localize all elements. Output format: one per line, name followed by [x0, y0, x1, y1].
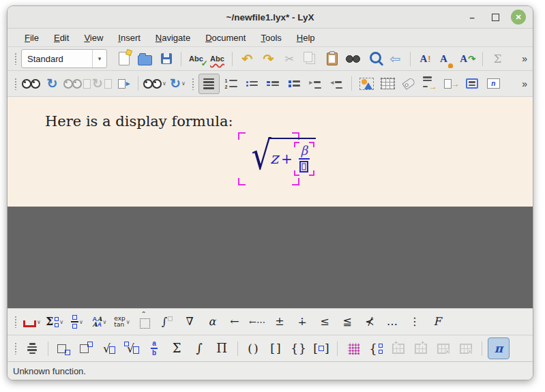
subscript-button[interactable] — [54, 338, 74, 359]
long-arrows-button[interactable]: ←⋯ — [247, 312, 267, 332]
nth-root-button[interactable]: √ — [121, 338, 142, 359]
delete-row-button[interactable]: x — [433, 338, 454, 359]
menu-tools[interactable]: Tools — [253, 31, 289, 45]
dots-button[interactable]: … — [382, 312, 402, 332]
math-toolbar-toggle[interactable]: π — [488, 337, 510, 359]
insert-matrix-button[interactable] — [343, 338, 364, 359]
toolbar-drag-handle[interactable] — [14, 52, 17, 65]
copy-button[interactable] — [301, 49, 321, 68]
braces-button[interactable]: {} — [289, 338, 309, 359]
minimize-button[interactable]: – — [465, 10, 480, 25]
accents-button[interactable] — [134, 312, 155, 332]
sum-button[interactable]: Σ — [166, 338, 187, 359]
navigate-back-button[interactable]: ⇦ — [385, 49, 405, 68]
insert-table-button[interactable] — [378, 74, 398, 93]
fraction-inset[interactable]: β — [295, 143, 313, 174]
increase-depth-button[interactable]: ▸ — [306, 74, 325, 93]
document-canvas[interactable]: Here is a display formula: √ z + β — [8, 97, 533, 207]
math-spacing-dropdown[interactable]: ∨ — [22, 312, 42, 332]
continuous-spellcheck-button[interactable]: Abc — [207, 49, 227, 68]
menu-document[interactable]: Document — [198, 31, 253, 45]
toolbar-drag-handle[interactable] — [14, 78, 17, 90]
leqq-relations-button[interactable]: ≦ — [337, 312, 357, 332]
view-other-formats-dropdown[interactable]: ∨ — [143, 74, 166, 93]
undo-button[interactable]: ↶ — [237, 49, 257, 68]
view-master-button[interactable] — [63, 74, 91, 93]
emphasis-button[interactable]: A ! — [415, 49, 435, 68]
big-operators-dropdown[interactable]: Σ ∨ — [44, 312, 65, 332]
menu-view[interactable]: View — [76, 31, 111, 45]
dot-plus-button[interactable]: ∔ — [292, 312, 312, 332]
apply-last-style-button[interactable]: A ↷ — [458, 49, 477, 68]
parentheses-button[interactable]: () — [244, 338, 264, 359]
empty-math-placeholder[interactable] — [299, 161, 308, 172]
labeling-list-button[interactable] — [284, 74, 304, 93]
integral-limits-button[interactable]: ∫ — [157, 312, 177, 332]
search-button[interactable] — [364, 49, 384, 68]
insert-nomenclature-button[interactable]: n — [484, 74, 503, 93]
toggle-preview-button[interactable]: ▸ — [113, 74, 133, 93]
paragraph-style-select[interactable]: Standard ▾ — [21, 49, 107, 68]
add-column-button[interactable]: + — [411, 338, 431, 359]
menu-help[interactable]: Help — [289, 31, 323, 45]
description-list-button[interactable] — [263, 74, 283, 93]
product-button[interactable]: Π — [211, 338, 232, 359]
paste-button[interactable] — [322, 49, 342, 68]
title-bar[interactable]: ~/newfile1.lyx* - LyX – ✕ — [8, 6, 533, 29]
maximize-button[interactable] — [488, 10, 503, 25]
redo-button[interactable]: ↷ — [259, 49, 278, 68]
close-button[interactable]: ✕ — [511, 10, 526, 25]
insert-index-entry-button[interactable] — [462, 74, 482, 93]
numbered-list-button[interactable]: 1 2 — [221, 74, 241, 93]
paragraph-settings-button[interactable] — [198, 74, 220, 94]
plus-minus-button[interactable]: ± — [269, 312, 290, 332]
menu-file[interactable]: File — [17, 31, 46, 45]
cut-button[interactable]: ✂ — [280, 49, 299, 68]
fractions-dropdown[interactable]: ∨ — [67, 312, 87, 332]
update-output-button[interactable]: ↻ — [42, 74, 62, 93]
integral-button[interactable]: ∫ — [189, 338, 209, 359]
display-formula-toggle[interactable] — [22, 338, 42, 359]
view-output-button[interactable] — [21, 74, 41, 93]
save-button[interactable] — [156, 49, 176, 68]
insert-cases-button[interactable]: { — [366, 338, 386, 359]
update-other-formats-dropdown[interactable]: ↻ ∨ — [168, 74, 188, 93]
spellcheck-button[interactable]: Abc✓ — [186, 49, 206, 68]
insert-citation-button[interactable]: → — [441, 74, 461, 93]
leq-relations-button[interactable]: ≤ — [314, 312, 335, 332]
brackets-button[interactable]: [] — [266, 338, 286, 359]
delete-column-button[interactable]: x — [456, 338, 476, 359]
menu-edit[interactable]: Edit — [46, 31, 76, 45]
toolbar-overflow-button[interactable]: » — [522, 53, 529, 64]
update-master-button[interactable]: ↻ — [92, 74, 112, 93]
menu-navigate[interactable]: Navigate — [148, 31, 198, 45]
greek-letters-button[interactable]: α — [202, 312, 222, 332]
insert-math-button[interactable]: Σ — [488, 49, 507, 68]
bullet-list-button[interactable] — [242, 74, 262, 93]
toolbar-drag-handle[interactable] — [14, 342, 17, 355]
nabla-operators-button[interactable]: ∇ — [179, 312, 200, 332]
add-row-button[interactable]: + — [388, 338, 409, 359]
find-replace-button[interactable] — [343, 49, 363, 68]
calligraphic-font-button[interactable]: F — [427, 312, 447, 332]
delimiters-button[interactable]: [ ] — [311, 338, 332, 359]
noun-style-button[interactable]: A — [437, 49, 456, 68]
insert-cross-reference-button[interactable]: → — [420, 74, 440, 93]
functions-dropdown[interactable]: exptan ∨ — [112, 312, 132, 332]
sqrt-button[interactable]: √ — [99, 338, 119, 359]
open-document-button[interactable] — [135, 49, 155, 68]
toolbar-drag-handle[interactable] — [14, 316, 17, 328]
negated-relations-button[interactable]: ⊀ — [359, 312, 380, 332]
superscript-button[interactable] — [76, 338, 97, 359]
vdots-button[interactable]: ⋮ — [404, 312, 425, 332]
display-formula-inset[interactable]: √ z + β — [238, 132, 299, 185]
menu-insert[interactable]: Insert — [111, 31, 148, 45]
toolbar-drag-handle[interactable] — [192, 78, 194, 90]
arrows-button[interactable]: ← — [224, 312, 245, 332]
toolbar-overflow-button[interactable]: » — [522, 78, 529, 89]
insert-label-button[interactable] — [399, 74, 419, 93]
decrease-depth-button[interactable]: ◂ — [327, 74, 347, 93]
insert-graphics-button[interactable] — [357, 74, 377, 93]
new-document-button[interactable] — [114, 49, 134, 68]
font-styles-dropdown[interactable]: AA AA ∨ — [89, 312, 110, 332]
